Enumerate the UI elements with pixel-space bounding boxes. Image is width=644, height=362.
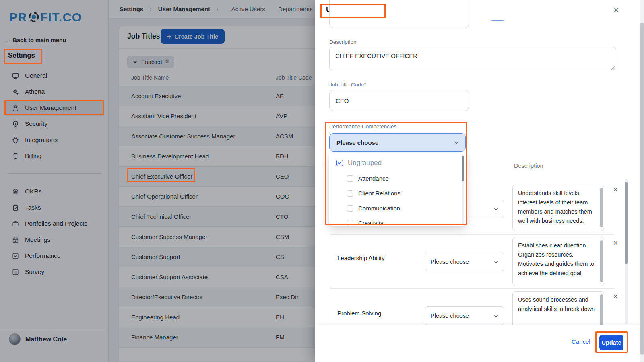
job-title-code-input[interactable] xyxy=(329,90,469,111)
competency-area-scrollbar-thumb[interactable] xyxy=(625,182,628,264)
row-divider xyxy=(330,234,614,235)
competency-description-header: Description xyxy=(514,162,543,169)
dropdown-option-creativity[interactable]: Creativity xyxy=(329,216,466,226)
remove-competency-icon[interactable]: ✕ xyxy=(612,186,619,193)
option-label: Ungrouped xyxy=(348,159,382,167)
dropdown-option-ungrouped[interactable]: Ungrouped xyxy=(329,153,466,171)
dropdown-option-client-relations[interactable]: Client Relations xyxy=(329,186,466,201)
job-title-name-input-partial[interactable] xyxy=(329,0,469,28)
update-button[interactable]: Update xyxy=(599,335,623,350)
ungrouped-checkbox[interactable] xyxy=(336,160,343,166)
select-value: Please choose xyxy=(431,313,469,319)
select-value: Please choose xyxy=(336,139,378,146)
performance-competencies-label: Performance Competencies xyxy=(329,123,396,130)
client-relations-checkbox[interactable] xyxy=(347,190,353,197)
creativity-checkbox[interactable] xyxy=(347,220,353,226)
modal-footer: Cancel Update xyxy=(315,325,644,362)
option-label: Creativity xyxy=(358,220,384,226)
communication-checkbox[interactable] xyxy=(347,205,353,212)
row-divider xyxy=(330,288,614,289)
description-textarea[interactable]: CHIEF EXECUTIVE OFFICER xyxy=(329,47,616,70)
dropdown-scrollbar-thumb[interactable] xyxy=(462,156,464,181)
textarea-scrollbar[interactable] xyxy=(600,240,603,282)
textarea-scrollbar[interactable] xyxy=(600,188,603,227)
remove-competency-icon[interactable]: ✕ xyxy=(612,239,619,247)
modal-scrollbar-thumb[interactable] xyxy=(640,23,644,355)
option-label: Attendance xyxy=(358,175,389,182)
partial-link-underline xyxy=(491,20,504,21)
job-title-code-label: Job Title Code* xyxy=(329,82,366,88)
option-label: Communication xyxy=(358,205,400,212)
cancel-button[interactable]: Cancel xyxy=(572,338,590,345)
chevron-down-icon xyxy=(453,139,460,146)
dropdown-option-attendance[interactable]: Attendance xyxy=(329,171,466,186)
chevron-down-icon xyxy=(493,313,499,319)
competencies-dropdown-panel: Ungrouped Attendance Client Relations Co… xyxy=(329,153,466,226)
description-label: Description xyxy=(329,39,357,45)
competency-description-2[interactable]: Establishes clear direction. Organizes r… xyxy=(512,237,604,286)
competency-description-1[interactable]: Understands skill levels, interest level… xyxy=(512,185,604,231)
competency-select-2[interactable]: Please choose xyxy=(425,253,504,271)
chevron-down-icon xyxy=(493,206,499,212)
remove-competency-icon[interactable]: ✕ xyxy=(612,293,619,300)
competency-name-leadership-ability: Leadership Ability xyxy=(337,255,385,261)
attendance-checkbox[interactable] xyxy=(347,175,353,182)
competency-select-3[interactable]: Please choose xyxy=(425,306,504,325)
select-value: Please choose xyxy=(431,259,469,265)
performance-competencies-select[interactable]: Please choose xyxy=(329,133,466,152)
update-job-title-modal: Update Job Title ✕ Description CHIEF EXE… xyxy=(315,0,644,362)
option-label: Client Relations xyxy=(358,190,400,197)
modal-backdrop[interactable] xyxy=(0,0,315,362)
close-icon[interactable]: ✕ xyxy=(613,6,619,15)
dropdown-option-communication[interactable]: Communication xyxy=(329,201,466,216)
chevron-down-icon xyxy=(493,259,499,265)
competency-name-problem-solving: Problem Solving xyxy=(337,310,381,317)
